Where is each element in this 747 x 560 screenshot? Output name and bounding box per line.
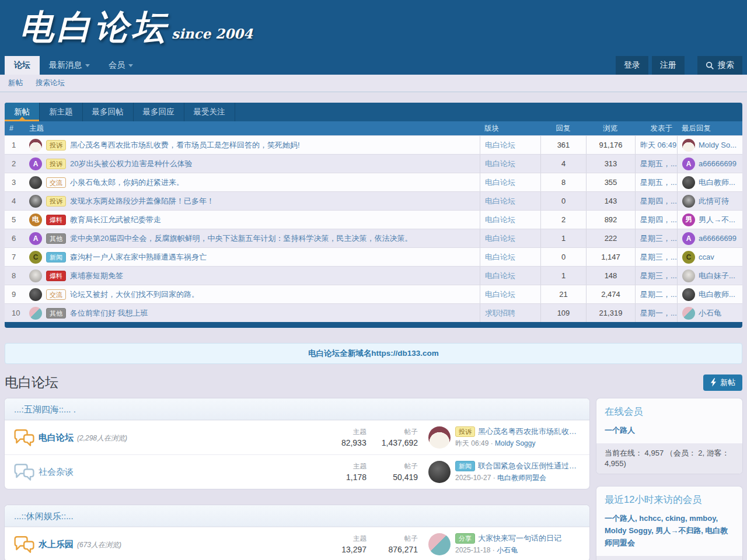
widget-tab-0[interactable]: 新帖 — [5, 103, 40, 121]
board-link[interactable]: 电白论坛 — [485, 289, 515, 300]
topic-tag[interactable]: 投诉 — [46, 140, 66, 150]
forum-name-link[interactable]: 社会杂谈 — [39, 467, 74, 477]
last-post-tag[interactable]: 新闻 — [455, 461, 475, 471]
avatar[interactable]: 男 — [682, 214, 695, 226]
avatar[interactable]: A — [29, 158, 42, 170]
nav-tab-forum[interactable]: 论坛 — [5, 56, 40, 75]
category-title[interactable]: ...:五湖四海::... . — [5, 398, 589, 420]
register-button[interactable]: 注册 — [652, 56, 685, 75]
avatar[interactable] — [428, 426, 451, 449]
forum-name-link[interactable]: 水上乐园 — [39, 539, 74, 549]
last-reply-user-link[interactable]: a66666699 — [699, 234, 736, 243]
avatar[interactable]: A — [682, 232, 695, 245]
subnav-new-posts[interactable]: 新帖 — [8, 78, 23, 88]
board-link[interactable]: 电白论坛 — [485, 196, 515, 206]
nav-tab-members[interactable]: 会员 — [99, 56, 142, 75]
topic-title-link[interactable]: 小泉石龟太郎，你妈的赶紧进来。 — [70, 177, 184, 188]
topic-tag[interactable]: 投诉 — [46, 159, 66, 169]
board-link[interactable]: 电白论坛 — [485, 159, 515, 169]
category-title[interactable]: ...::休闲娱乐::... — [5, 505, 589, 527]
avatar[interactable] — [682, 139, 695, 152]
topic-tag[interactable]: 爆料 — [46, 271, 66, 281]
posted-date-link[interactable]: 星期一，... — [640, 308, 677, 318]
last-post-title-link[interactable]: 联合国紧急会议压倒性通过… — [478, 461, 577, 471]
new-post-button[interactable]: 新帖 — [703, 374, 742, 391]
board-link[interactable]: 求职招聘 — [485, 308, 515, 318]
topic-title-link[interactable]: 教育局长江允武被纪委带走 — [70, 215, 161, 225]
online-member-link[interactable]: 一个路人 — [605, 426, 635, 435]
online-members-title[interactable]: 在线会员 — [596, 398, 742, 423]
last-post-title-link[interactable]: 黑心茂名粤西农批市场乱收… — [478, 426, 577, 437]
topic-title-link[interactable]: 柬埔寨短期免签 — [70, 271, 123, 281]
last-post-user-link[interactable]: 小石龟 — [497, 546, 518, 554]
posted-date-link[interactable]: 星期四，... — [640, 215, 677, 225]
posted-date-link[interactable]: 星期五，... — [640, 177, 677, 188]
widget-tab-1[interactable]: 新主题 — [40, 103, 83, 121]
last-reply-user-link[interactable]: Moldy So... — [699, 141, 736, 149]
avatar[interactable] — [682, 195, 695, 208]
last-post-tag[interactable]: 分享 — [455, 533, 475, 544]
nav-tab-news[interactable]: 最新消息 — [40, 56, 99, 75]
last-post-tag[interactable]: 投诉 — [455, 426, 475, 437]
last-reply-user-link[interactable]: 电白妹子... — [699, 271, 735, 281]
topic-title-link[interactable]: 论坛又被封，大伙们找不到回家的路。 — [70, 289, 199, 300]
topic-title-link[interactable]: 黑心茂名粤西农批市场乱收费，看市场员工是怎样回答的，笑死她妈! — [70, 140, 300, 150]
topic-title-link[interactable]: 各位前辈们好 我想上班 — [70, 308, 148, 318]
topic-title-link[interactable]: 森沟村一户人家在家中熟睡遭遇车祸身亡 — [70, 252, 207, 262]
widget-tab-3[interactable]: 最多回应 — [134, 103, 184, 121]
posted-date-link[interactable]: 星期五，... — [640, 159, 677, 169]
last-reply-user-link[interactable]: ccav — [699, 253, 714, 261]
last-reply-user-link[interactable]: 小石龟 — [699, 308, 721, 318]
widget-tab-4[interactable]: 最受关注 — [184, 103, 235, 121]
topic-tag[interactable]: 投诉 — [46, 196, 66, 206]
posted-date-link[interactable]: 星期三，... — [640, 271, 677, 281]
recent-visitors-title[interactable]: 最近12小时来访的会员 — [596, 487, 742, 511]
avatar[interactable]: C — [29, 251, 42, 264]
avatar[interactable] — [29, 270, 42, 282]
last-post-title-link[interactable]: 大家快来写一句话的日记 — [478, 533, 561, 544]
avatar[interactable]: A — [29, 232, 42, 245]
login-button[interactable]: 登录 — [616, 56, 648, 75]
subnav-search-forums[interactable]: 搜索论坛 — [36, 78, 65, 88]
board-link[interactable]: 电白论坛 — [485, 177, 515, 188]
posted-date-link[interactable]: 星期二，... — [640, 289, 677, 300]
site-logo[interactable]: 电白论坛since 2004 — [20, 5, 253, 50]
topic-tag[interactable]: 其他 — [46, 233, 66, 244]
topic-tag[interactable]: 交流 — [46, 289, 66, 300]
last-reply-user-link[interactable]: 电白教师... — [699, 289, 735, 300]
topic-tag[interactable]: 爆料 — [46, 215, 66, 225]
notice-link[interactable]: 电白论坛全新域名https://db133.com — [308, 348, 439, 359]
avatar[interactable] — [428, 461, 451, 483]
last-reply-user-link[interactable]: 电白教师... — [699, 177, 735, 188]
avatar[interactable] — [29, 139, 42, 152]
avatar[interactable]: A — [682, 158, 695, 170]
avatar[interactable] — [29, 176, 42, 189]
avatar[interactable] — [29, 195, 42, 208]
board-link[interactable]: 电白论坛 — [485, 233, 515, 244]
board-link[interactable]: 电白论坛 — [485, 252, 515, 262]
avatar[interactable] — [29, 288, 42, 301]
topic-title-link[interactable]: 党中央第20届四中全会，反腐旗帜鲜明，中央下达新五年计划：坚持科学决策，民主决策… — [70, 233, 412, 244]
avatar[interactable]: C — [682, 251, 695, 264]
avatar[interactable] — [682, 288, 695, 301]
topic-tag[interactable]: 其他 — [46, 308, 66, 318]
posted-date-link[interactable]: 星期三，... — [640, 252, 677, 262]
posted-date-link[interactable]: 星期三，... — [640, 233, 677, 244]
avatar[interactable] — [29, 307, 42, 320]
widget-tab-2[interactable]: 最多回帖 — [83, 103, 134, 121]
avatar[interactable] — [682, 176, 695, 189]
last-reply-user-link[interactable]: 此情可待 — [699, 196, 729, 206]
avatar[interactable] — [682, 307, 695, 320]
topic-title-link[interactable]: 20岁出头被公权力迫害是种什么体验 — [70, 159, 192, 169]
last-reply-user-link[interactable]: 男人→不... — [699, 215, 735, 225]
board-link[interactable]: 电白论坛 — [485, 215, 515, 225]
avatar[interactable] — [428, 533, 451, 555]
recent-visitors-links[interactable]: 一个路人, hchcc, cking, mmboy, Moldy Soggy, … — [605, 514, 728, 547]
last-post-user-link[interactable]: Moldy Soggy — [495, 439, 535, 447]
forum-name-link[interactable]: 电白论坛 — [39, 432, 74, 442]
avatar[interactable]: 电 — [29, 214, 42, 226]
search-button[interactable]: 搜索 — [697, 56, 742, 75]
topic-tag[interactable]: 新闻 — [46, 252, 66, 262]
last-reply-user-link[interactable]: a66666699 — [699, 159, 736, 168]
avatar[interactable] — [682, 270, 695, 282]
